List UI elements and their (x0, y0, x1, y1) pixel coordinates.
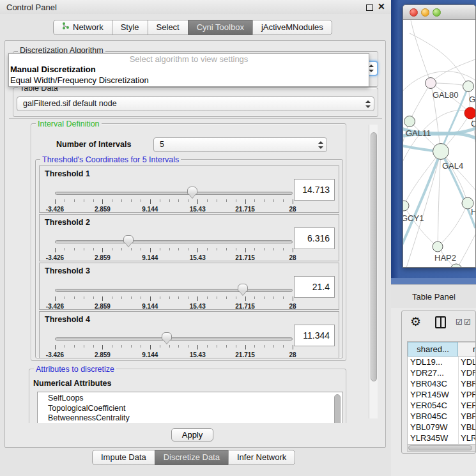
threshold-value-field[interactable]: 11.344 (294, 325, 335, 346)
slider-tick (273, 296, 274, 299)
tab-impute-data[interactable]: Impute Data (92, 450, 155, 465)
slider-scale-label: 9.144 (142, 254, 158, 261)
column-header-name[interactable]: n (458, 342, 476, 357)
network-node-unlabeled[interactable] (450, 264, 462, 268)
network-node-gal80[interactable] (426, 78, 436, 89)
table-data-combobox[interactable]: galFiltered.sif default node (17, 96, 374, 111)
checked-box-icon[interactable]: ☑ (456, 318, 463, 326)
tab-discretize-data[interactable]: Discretize Data (155, 450, 229, 465)
slider-tick (283, 345, 284, 348)
slider-thumb[interactable] (162, 332, 172, 341)
checked-box-icon[interactable]: ☑ (464, 318, 471, 326)
slider-tick (197, 199, 198, 204)
tab-infer-network[interactable]: Infer Network (228, 450, 295, 465)
node-label-gal11: GAL11 (406, 128, 431, 138)
table-row-ybr043c[interactable]: YBR043CYBR0 (408, 378, 476, 389)
slider-tick (217, 296, 217, 299)
attribute-item-betweennesscentrality[interactable]: BetweennessCentrality (38, 413, 342, 423)
minimize-traffic-light-icon[interactable] (421, 8, 429, 17)
slider-thumb[interactable] (123, 235, 134, 243)
settings-scroll-viewport: Interval Definition Number of Intervals … (9, 118, 382, 423)
network-edge (438, 151, 441, 247)
network-node-gal4[interactable] (433, 144, 449, 160)
columns-icon[interactable] (435, 316, 446, 328)
slider-tick (245, 345, 246, 349)
network-node-hap2[interactable] (433, 242, 443, 252)
network-node-gcy1[interactable] (403, 201, 409, 211)
table-row-ylr345w[interactable]: YLR345WYLR3 (408, 433, 476, 443)
threshold-slider[interactable]: -3.4262.8599.14415.4321.71528 (55, 234, 293, 262)
table-cell: YBR045C (410, 411, 447, 422)
slider-track[interactable] (55, 240, 293, 243)
apply-button[interactable]: Apply (171, 428, 213, 441)
dropdown-option-equal-width-frequency-discretization[interactable]: Equal Width/Frequency Discretization (10, 75, 149, 85)
tab-select[interactable]: Select (148, 20, 188, 35)
network-window-titlebar[interactable] (403, 5, 475, 20)
slider-thumb[interactable] (238, 284, 248, 292)
slider-tick (254, 199, 255, 202)
slider-tick (207, 248, 208, 250)
table-row-ydr27[interactable]: YDR27...YDR2 (408, 367, 476, 378)
close-traffic-light-icon[interactable] (410, 8, 418, 17)
tab-cyni-toolbox[interactable]: Cyni Toolbox (188, 20, 253, 35)
number-of-intervals-combobox[interactable]: 5 (153, 137, 327, 152)
network-node-ga[interactable] (463, 81, 474, 92)
threshold-slider[interactable]: -3.4262.8599.14415.4321.71528 (55, 331, 293, 359)
settings-scrollbar-thumb[interactable] (371, 132, 377, 381)
slider-tick (55, 296, 56, 301)
attribute-item-selfloops[interactable]: SelfLoops (38, 394, 342, 404)
table-row-ybl079w[interactable]: YBL079WYBL0 (408, 422, 476, 433)
slider-tick (264, 248, 265, 250)
slider-tick (121, 345, 122, 348)
column-header-shared-name[interactable]: shared... (408, 342, 458, 357)
slider-track[interactable] (55, 192, 293, 195)
float-window-icon[interactable] (366, 4, 373, 11)
slider-tick (273, 345, 274, 348)
slider-tick (84, 199, 84, 202)
slider-scale-label: -3.426 (46, 351, 64, 358)
attributes-list-scrollbar[interactable] (334, 394, 341, 423)
slider-scale-label: 2.859 (95, 206, 111, 213)
table-row-yer054c[interactable]: YER054CYER0 (408, 400, 476, 411)
dropdown-placeholder: Select algorithm to view settings (9, 54, 369, 64)
zoom-traffic-light-icon[interactable] (433, 8, 441, 17)
threshold-value-field[interactable]: 21.4 (294, 276, 335, 298)
dropdown-option-manual-discretization[interactable]: Manual Discretization (10, 65, 96, 74)
settings-scrollbar[interactable] (369, 125, 378, 418)
number-of-intervals-label: Number of Intervals (56, 140, 131, 149)
threshold-slider[interactable]: -3.4262.8599.14415.4321.71528 (55, 185, 293, 213)
threshold-value-field[interactable]: 14.713 (294, 179, 335, 201)
table-cell: YBL0 (461, 422, 476, 433)
slider-scale-label: -3.426 (46, 303, 64, 310)
slider-thumb[interactable] (187, 187, 197, 195)
close-icon[interactable]: ✕ (378, 1, 385, 12)
slider-scale-label: 15.43 (190, 206, 206, 213)
slider-tick (150, 248, 151, 252)
slider-tick (169, 199, 170, 202)
slider-track[interactable] (55, 289, 293, 292)
table-row-ybr045c[interactable]: YBR045CYBR0 (408, 411, 476, 422)
tab-style[interactable]: Style (112, 20, 148, 35)
slider-tick (150, 199, 151, 204)
tab-jactivemnodules[interactable]: jActiveMNodules (252, 20, 332, 35)
tab-network[interactable]: Network (53, 20, 112, 35)
table-row-ypr145w[interactable]: YPR145WYPR1 (408, 389, 476, 400)
table-scrollbar-thumb[interactable] (408, 445, 472, 450)
network-canvas[interactable]: GAL80GACGAL11GAL4GCY1HHAP2 (403, 20, 475, 268)
slider-track[interactable] (55, 337, 293, 341)
slider-scale-label: 9.144 (142, 351, 158, 358)
slider-tick (74, 296, 75, 299)
numerical-attributes-list[interactable]: SelfLoopsTopologicalCoefficientBetweenne… (37, 392, 343, 423)
slider-tick (236, 345, 236, 348)
attribute-item-topologicalcoefficient[interactable]: TopologicalCoefficient (38, 404, 342, 414)
table-rows: YDL19...YDL1YDR27...YDR2YBR043CYBR0YPR14… (408, 357, 476, 445)
gear-icon[interactable]: ⚙ (410, 314, 421, 329)
slider-tick (74, 199, 75, 202)
network-node-c[interactable] (464, 107, 475, 119)
network-icon (62, 20, 70, 35)
table-row-ydl19[interactable]: YDL19...YDL1 (408, 357, 476, 367)
threshold-slider[interactable]: -3.4262.8599.14415.4321.71528 (55, 282, 293, 311)
threshold-value-field[interactable]: 6.316 (294, 227, 335, 249)
table-horizontal-scrollbar[interactable] (407, 444, 476, 452)
network-node-gal11[interactable] (404, 116, 415, 127)
